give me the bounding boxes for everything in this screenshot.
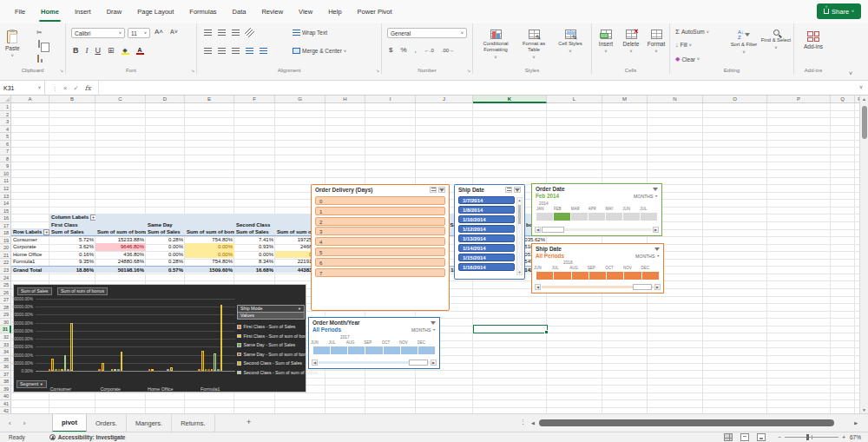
pivot-value-cell[interactable]: 0.00% (185, 251, 234, 259)
legend-field-button[interactable]: Ship Mode▼ (237, 305, 305, 313)
underline-button[interactable]: U (95, 46, 102, 55)
row-header-9[interactable]: 9 (0, 162, 11, 170)
menu-item-draw[interactable]: Draw (99, 0, 130, 23)
bold-button[interactable]: B (73, 46, 79, 55)
column-header-M[interactable]: M (602, 96, 648, 103)
scroll-left-icon[interactable]: ◀ (312, 360, 318, 366)
vertical-scrollbar[interactable]: ▲ ▼ (859, 96, 868, 413)
scroll-right-icon[interactable]: ▶ (654, 284, 661, 290)
legend-item[interactable]: Same Day - Sum of sum of bonus (237, 350, 305, 360)
formula-input[interactable] (99, 81, 868, 95)
add-ins-button[interactable]: Add-ins (798, 27, 829, 49)
chart-bar[interactable] (58, 369, 61, 371)
font-size-combo[interactable]: 11˅ (128, 28, 150, 38)
timeline-tile-aug[interactable] (572, 272, 589, 280)
align-middle-icon[interactable] (218, 30, 226, 36)
vertical-scrollbar-thumb[interactable] (862, 106, 867, 139)
scroll-left-icon[interactable]: ◀ (535, 227, 541, 233)
timeline-tile-jun[interactable] (623, 213, 640, 221)
horizontal-scrollbar[interactable]: ◀ ▶ (531, 419, 858, 428)
number-format-combo[interactable]: General˅ (387, 28, 467, 38)
timeline-period-dropdown[interactable]: MONTHS ▼ (635, 254, 660, 259)
legend-item[interactable]: Second Class - Sum of sum of bonus (237, 368, 305, 378)
decrease-font-button[interactable]: A˅ (170, 29, 178, 35)
row-header-38[interactable]: 38 (0, 378, 11, 386)
slicer-item[interactable]: 3 (315, 227, 445, 235)
paste-button[interactable]: Paste ˅ (5, 26, 20, 58)
pivot-value-cell[interactable]: 24880.68% (95, 258, 146, 266)
scroll-right-icon[interactable]: ▶ (854, 420, 858, 426)
multi-select-icon[interactable] (505, 187, 512, 193)
menu-item-view[interactable]: View (291, 0, 320, 23)
chart-bar[interactable] (207, 369, 210, 371)
column-header-I[interactable]: I (365, 96, 416, 103)
clear-filter-icon[interactable] (653, 186, 658, 192)
active-cell-K31[interactable] (473, 325, 548, 333)
clear-button[interactable]: ◆ Clear ˅ (675, 56, 700, 63)
chart-field-button-sales[interactable]: Sum of Sales (17, 287, 52, 295)
column-header-F[interactable]: F (234, 96, 275, 103)
menu-item-page-layout[interactable]: Page Layout (129, 0, 181, 23)
chart-bar[interactable] (114, 369, 116, 371)
cut-button[interactable]: ✂ (36, 29, 43, 36)
pivot-value-cell[interactable]: 9.35% (49, 258, 95, 266)
enter-icon[interactable]: ✓ (73, 84, 78, 92)
sheet-tab-pivot[interactable]: pivot (52, 414, 87, 432)
format-cells-button[interactable]: Format ˅ (644, 25, 668, 54)
multi-select-icon[interactable] (430, 187, 437, 193)
slicer-item[interactable]: 1/16/2014 (458, 263, 515, 271)
slicer-item[interactable]: 2 (315, 217, 445, 226)
chart-bar[interactable] (70, 323, 73, 371)
sheet-nav-left-icon[interactable]: ‹ (9, 419, 11, 427)
pivot-value-cell[interactable]: 0.00% (146, 251, 185, 259)
row-header-17[interactable]: 17 (0, 222, 11, 230)
timeline-scrollbar-thumb[interactable] (542, 227, 564, 233)
pivot-value-cell[interactable]: 3.62% (49, 243, 95, 251)
cancel-icon[interactable]: × (63, 84, 67, 92)
sheet-tab-mangers[interactable]: Mangers. (127, 414, 172, 432)
decrease-decimal-button[interactable]: .00→ (442, 48, 454, 53)
chart-bar[interactable] (151, 369, 154, 371)
insert-function-icon[interactable]: fx (85, 84, 91, 92)
row-header-1[interactable]: 1 (0, 103, 11, 111)
pivot-value-cell[interactable]: 436.80% (95, 251, 146, 259)
timeline-period-dropdown[interactable]: MONTHS ▼ (411, 327, 436, 333)
find-select-button[interactable]: Find & Select ˅ (760, 25, 792, 50)
legend-item[interactable]: Second Class - Sum of Sales (237, 359, 305, 368)
timeline-scrollbar[interactable]: ◀▶ (312, 360, 437, 366)
pivot-value-cell[interactable]: 0.00% (146, 243, 185, 251)
chart-bar[interactable] (220, 305, 223, 371)
column-header-O[interactable]: O (703, 96, 767, 103)
slicer-item[interactable]: 6 (315, 258, 445, 267)
sheet-tab-returns[interactable]: Returns. (172, 414, 214, 432)
column-header-J[interactable]: J (416, 96, 473, 103)
timeline-tile-jul[interactable] (331, 346, 347, 354)
slicer-item[interactable]: 0 (315, 196, 445, 205)
chart-bar[interactable] (198, 369, 201, 371)
timeline-tile-oct[interactable] (607, 272, 623, 280)
chart-bar[interactable] (51, 359, 54, 371)
menu-item-home[interactable]: Home (33, 0, 67, 23)
pivot-row-labels[interactable]: Row Labels▼ (11, 228, 49, 236)
zoom-in-icon[interactable]: + (842, 434, 845, 440)
sort-filter-button[interactable]: A↓Z Sort & Filter ˅ (729, 25, 759, 55)
row-header-6[interactable]: 6 (0, 141, 11, 148)
row-header-21[interactable]: 21 (0, 252, 11, 260)
chart-bar[interactable] (211, 369, 214, 371)
pivot-value-cell[interactable]: 0.93% (234, 243, 275, 251)
slicer-item[interactable]: 1 (315, 207, 445, 215)
column-header-L[interactable]: L (547, 96, 602, 103)
row-header-25[interactable]: 25 (0, 281, 11, 289)
menu-item-file[interactable]: File (7, 0, 33, 23)
normal-view-button[interactable] (724, 433, 733, 441)
scroll-right-icon[interactable]: ▶ (431, 360, 437, 366)
chart-bar[interactable] (167, 369, 169, 371)
conditional-formatting-button[interactable]: Conditional Formatting ˅ (477, 25, 515, 60)
column-header-K[interactable]: K (473, 96, 547, 103)
row-header-5[interactable]: 5 (0, 133, 11, 141)
font-color-button[interactable]: A (136, 46, 144, 55)
pivot-value-cell[interactable]: 0.00% (185, 243, 234, 251)
timeline-tile-mar[interactable] (571, 213, 588, 221)
page-break-view-button[interactable] (757, 433, 766, 441)
copy-button[interactable] (38, 41, 40, 47)
